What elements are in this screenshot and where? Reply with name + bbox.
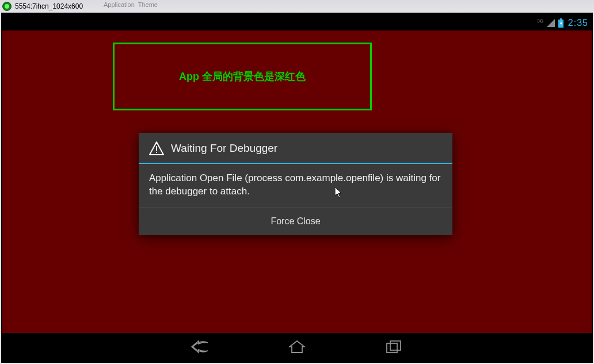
emulator-window-title: 5554:7ihcn_1024x600 [15, 2, 83, 10]
signal-icon [547, 19, 555, 27]
recents-button[interactable] [380, 333, 408, 361]
force-close-button[interactable]: Force Close [139, 208, 452, 235]
svg-rect-1 [560, 18, 562, 20]
annotation-box: App 全局的背景色是深红色 [113, 43, 372, 110]
warning-icon [149, 141, 164, 156]
svg-rect-6 [156, 152, 157, 153]
emulator-window-titlebar[interactable]: 5554:7ihcn_1024x600 [0, 0, 594, 13]
back-button[interactable] [186, 333, 214, 361]
dialog-title-row: Waiting For Debugger [139, 133, 452, 163]
android-navigation-bar [2, 333, 592, 361]
device-screen: 3G 2:35 App 全局的背景色是深红色 [2, 16, 592, 361]
svg-rect-5 [156, 146, 157, 151]
svg-rect-8 [387, 343, 397, 352]
app-content-area: App 全局的背景色是深红色 Waiting For Debugger Appl [2, 30, 592, 333]
network-type-label: 3G [537, 18, 543, 24]
battery-icon [558, 18, 563, 28]
android-emulator-icon [2, 2, 12, 11]
android-status-bar[interactable]: 3G 2:35 [2, 16, 592, 30]
svg-marker-0 [547, 19, 555, 27]
debugger-dialog: Waiting For Debugger Application Open Fi… [139, 133, 452, 235]
emulator-frame: 3G 2:35 App 全局的背景色是深红色 [1, 13, 593, 363]
svg-rect-9 [390, 341, 401, 350]
home-button[interactable] [283, 333, 311, 361]
dialog-message: Application Open File (process com.examp… [139, 164, 452, 208]
dialog-title: Waiting For Debugger [171, 142, 277, 155]
annotation-text: App 全局的背景色是深红色 [179, 70, 306, 83]
status-clock: 2:35 [568, 18, 588, 28]
dialog-button-row: Force Close [139, 208, 452, 235]
